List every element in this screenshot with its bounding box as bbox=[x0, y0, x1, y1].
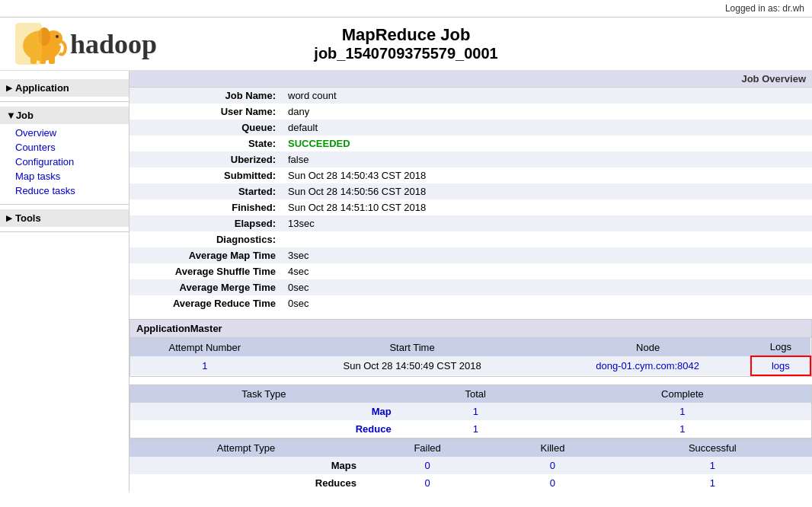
info-row-uberized: Uberized: false bbox=[129, 151, 812, 167]
application-master-title: ApplicationMaster bbox=[130, 320, 811, 338]
reduce-complete-link[interactable]: 1 bbox=[679, 423, 685, 435]
task-complete-reduce: 1 bbox=[554, 420, 811, 438]
page-header: hadoop MapReduce Job job_1540709375579_0… bbox=[0, 18, 812, 71]
sidebar-application-section: ▶ Application bbox=[0, 75, 129, 102]
job-overview-header: Job Overview bbox=[129, 71, 812, 88]
info-value-avg-merge: 0sec bbox=[282, 279, 812, 295]
info-row-finished: Finished: Sun Oct 28 14:51:10 CST 2018 bbox=[129, 199, 812, 215]
info-value-diagnostics bbox=[282, 231, 812, 247]
am-attempt-link[interactable]: 1 bbox=[202, 360, 207, 371]
am-col-attempt: Attempt Number bbox=[130, 338, 280, 356]
task-col-total: Total bbox=[398, 385, 554, 403]
info-label-avg-merge: Average Merge Time bbox=[129, 279, 282, 295]
map-type-link[interactable]: Map bbox=[372, 406, 392, 417]
am-table-row: 1 Sun Oct 28 14:50:49 CST 2018 dong-01.c… bbox=[130, 356, 810, 375]
reduce-total-link[interactable]: 1 bbox=[473, 423, 478, 435]
reduces-successful-link[interactable]: 1 bbox=[710, 477, 715, 489]
info-row-jobname: Job Name: word count bbox=[129, 88, 812, 104]
am-attempt-number: 1 bbox=[130, 356, 280, 375]
maps-successful-link[interactable]: 1 bbox=[710, 460, 715, 471]
job-overview-title: Job Overview bbox=[741, 73, 806, 84]
attempt-successful-maps: 1 bbox=[613, 457, 812, 474]
sidebar-job-links: Overview Counters Configuration Map task… bbox=[0, 124, 129, 199]
application-master-table: Attempt Number Start Time Node Logs 1 Su… bbox=[130, 338, 811, 376]
info-label-state: State: bbox=[129, 136, 282, 151]
info-row-username: User Name: dany bbox=[129, 104, 812, 120]
sidebar-job-header[interactable]: ▼ Job bbox=[0, 107, 129, 124]
sidebar-item-configuration[interactable]: Configuration bbox=[15, 155, 129, 169]
info-value-started: Sun Oct 28 14:50:56 CST 2018 bbox=[282, 183, 812, 199]
info-label-queue: Queue: bbox=[129, 120, 282, 136]
attempt-failed-maps: 0 bbox=[363, 457, 492, 474]
sidebar-tools-header[interactable]: ▶ Tools bbox=[0, 209, 129, 227]
info-row-avg-shuffle: Average Shuffle Time 4sec bbox=[129, 263, 812, 279]
task-total-map: 1 bbox=[398, 403, 554, 420]
attempt-row-maps: Maps 0 0 1 bbox=[129, 457, 812, 474]
sidebar-tools-section: ▶ Tools bbox=[0, 205, 129, 232]
task-row-reduce: Reduce 1 1 bbox=[130, 420, 811, 438]
info-value-jobname: word count bbox=[282, 88, 812, 104]
sidebar-job-section: ▼ Job Overview Counters Configuration Ma… bbox=[0, 102, 129, 205]
info-value-state: SUCCEEDED bbox=[282, 136, 812, 151]
map-total-link[interactable]: 1 bbox=[473, 406, 478, 417]
top-bar: Logged in as: dr.wh bbox=[0, 0, 812, 18]
maps-failed-link[interactable]: 0 bbox=[425, 460, 430, 471]
task-col-type: Task Type bbox=[130, 385, 398, 403]
sidebar-item-map-tasks[interactable]: Map tasks bbox=[15, 169, 129, 183]
job-arrow-icon: ▼ bbox=[6, 110, 16, 121]
reduce-type-link[interactable]: Reduce bbox=[356, 423, 392, 435]
map-complete-link[interactable]: 1 bbox=[679, 406, 685, 417]
info-label-jobname: Job Name: bbox=[129, 88, 282, 104]
content-area: Job Overview Job Name: word count User N… bbox=[129, 71, 812, 492]
attempt-summary-section: Attempt Type Failed Killed Successful Ma… bbox=[129, 438, 812, 492]
task-row-map: Map 1 1 bbox=[130, 403, 811, 420]
info-label-avg-reduce: Average Reduce Time bbox=[129, 295, 282, 311]
sidebar-item-counters[interactable]: Counters bbox=[15, 140, 129, 155]
info-row-queue: Queue: default bbox=[129, 120, 812, 136]
application-master-section: ApplicationMaster Attempt Number Start T… bbox=[129, 319, 812, 377]
task-col-complete: Complete bbox=[554, 385, 811, 403]
sidebar-application-label: Application bbox=[15, 82, 69, 94]
info-label-finished: Finished: bbox=[129, 199, 282, 215]
info-value-queue: default bbox=[282, 120, 812, 136]
attempt-killed-maps: 0 bbox=[492, 457, 612, 474]
info-label-started: Started: bbox=[129, 183, 282, 199]
task-total-reduce: 1 bbox=[398, 420, 554, 438]
svg-rect-7 bbox=[49, 56, 55, 64]
logo-area: hadoop bbox=[15, 23, 157, 65]
attempt-header-row: Attempt Type Failed Killed Successful bbox=[129, 439, 812, 458]
info-value-username: dany bbox=[282, 104, 812, 120]
attempt-col-successful: Successful bbox=[613, 439, 812, 458]
info-value-avg-reduce: 0sec bbox=[282, 295, 812, 311]
am-col-start-time: Start Time bbox=[280, 338, 545, 356]
reduces-killed-link[interactable]: 0 bbox=[550, 477, 555, 489]
info-row-state: State: SUCCEEDED bbox=[129, 136, 812, 151]
info-row-avg-reduce: Average Reduce Time 0sec bbox=[129, 295, 812, 311]
attempt-successful-reduces: 1 bbox=[613, 474, 812, 492]
am-start-time: Sun Oct 28 14:50:49 CST 2018 bbox=[280, 356, 545, 375]
info-row-submitted: Submitted: Sun Oct 28 14:50:43 CST 2018 bbox=[129, 167, 812, 183]
maps-killed-link[interactable]: 0 bbox=[550, 460, 555, 471]
task-type-map: Map bbox=[130, 403, 398, 420]
am-node-link[interactable]: dong-01.cym.com:8042 bbox=[596, 360, 699, 371]
hadoop-logo-text: hadoop bbox=[70, 28, 157, 60]
attempt-type-maps: Maps bbox=[129, 457, 363, 474]
job-info-table: Job Name: word count User Name: dany Que… bbox=[129, 88, 812, 311]
page-title: MapReduce Job job_1540709375579_0001 bbox=[314, 25, 497, 62]
sidebar-item-overview[interactable]: Overview bbox=[15, 126, 129, 140]
sidebar-item-reduce-tasks[interactable]: Reduce tasks bbox=[15, 183, 129, 198]
sidebar-application-header[interactable]: ▶ Application bbox=[0, 79, 129, 97]
info-label-username: User Name: bbox=[129, 104, 282, 120]
application-arrow-icon: ▶ bbox=[6, 84, 12, 92]
task-summary-section: Task Type Total Complete Map 1 1 Reduce … bbox=[129, 384, 812, 438]
info-row-avg-merge: Average Merge Time 0sec bbox=[129, 279, 812, 295]
am-logs-link[interactable]: logs bbox=[772, 360, 790, 371]
attempt-summary-table: Attempt Type Failed Killed Successful Ma… bbox=[129, 438, 812, 492]
attempt-killed-reduces: 0 bbox=[492, 474, 612, 492]
reduces-failed-link[interactable]: 0 bbox=[425, 477, 430, 489]
info-row-started: Started: Sun Oct 28 14:50:56 CST 2018 bbox=[129, 183, 812, 199]
task-type-reduce: Reduce bbox=[130, 420, 398, 438]
attempt-row-reduces: Reduces 0 0 1 bbox=[129, 474, 812, 492]
info-value-elapsed: 13sec bbox=[282, 215, 812, 231]
am-table-header-row: Attempt Number Start Time Node Logs bbox=[130, 338, 810, 356]
